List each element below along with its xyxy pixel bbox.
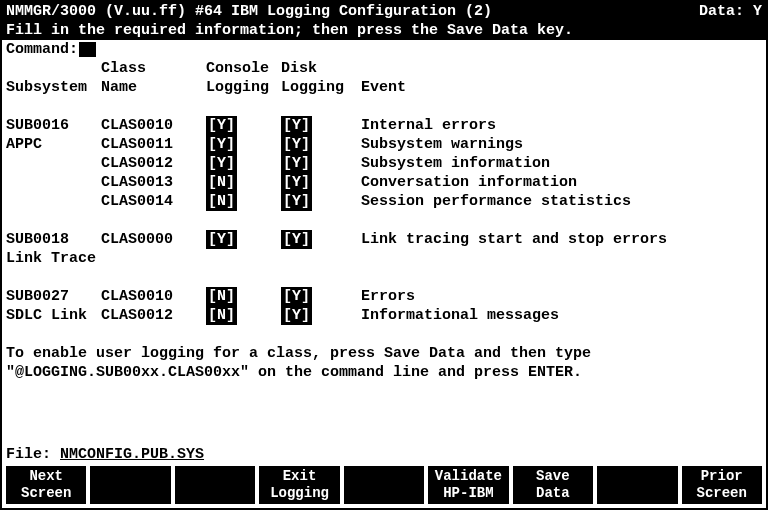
cell-class: CLAS0012 [101, 306, 206, 325]
console-flag[interactable]: [N] [206, 306, 237, 325]
cell-subsys: SUB0027 [6, 287, 101, 306]
cell-subsys: SDLC Link [6, 306, 101, 325]
file-label: File: [6, 446, 60, 463]
cell-event: Link tracing start and stop errors [361, 230, 762, 249]
table-row: APPCCLAS0011[Y][Y]Subsystem warnings [2, 135, 766, 154]
col-header-blank2 [361, 59, 762, 78]
command-input[interactable] [79, 42, 96, 57]
disk-flag[interactable]: [Y] [281, 287, 312, 306]
col-header-subsystem: Subsystem [6, 78, 101, 97]
console-flag[interactable]: [N] [206, 287, 237, 306]
cell-class: CLAS0014 [101, 192, 206, 211]
col-header-blank [6, 59, 101, 78]
cell-class: CLAS0011 [101, 135, 206, 154]
disk-flag[interactable]: [Y] [281, 306, 312, 325]
console-flag[interactable]: [Y] [206, 154, 237, 173]
cell-subsys: SUB0016 [6, 116, 101, 135]
fkey-blank[interactable] [344, 466, 424, 504]
fkey-blank[interactable] [175, 466, 255, 504]
header-data-flag: Data: Y [699, 2, 762, 21]
cell-event: Subsystem information [361, 154, 762, 173]
col-header-class1: Class [101, 59, 206, 78]
console-flag[interactable]: [N] [206, 192, 237, 211]
fkey-save-data[interactable]: Save Data [513, 466, 593, 504]
disk-flag[interactable]: [Y] [281, 230, 312, 249]
cell-subsys: APPC [6, 135, 101, 154]
cell-event: Errors [361, 287, 762, 306]
console-flag[interactable]: [N] [206, 173, 237, 192]
cell-event: Conversation information [361, 173, 762, 192]
fkey-prior-screen[interactable]: Prior Screen [682, 466, 762, 504]
console-flag[interactable]: [Y] [206, 230, 237, 249]
cell-class: CLAS0010 [101, 116, 206, 135]
table-row: CLAS0014[N][Y]Session performance statis… [2, 192, 766, 211]
disk-flag[interactable]: [Y] [281, 154, 312, 173]
table-row: CLAS0012[Y][Y]Subsystem information [2, 154, 766, 173]
help-line-2: "@LOGGING.SUB00xx.CLAS00xx" on the comma… [6, 363, 582, 382]
col-header-console1: Console [206, 59, 281, 78]
cell-event: Internal errors [361, 116, 762, 135]
header-instruction: Fill in the required information; then p… [6, 21, 573, 40]
fkey-next-screen[interactable]: Next Screen [6, 466, 86, 504]
table-row: SDLC LinkCLAS0012[N][Y]Informational mes… [2, 306, 766, 325]
console-flag[interactable]: [Y] [206, 116, 237, 135]
file-value: NMCONFIG.PUB.SYS [60, 446, 204, 463]
cell-event: Subsystem warnings [361, 135, 762, 154]
fkey-exit-logging[interactable]: Exit Logging [259, 466, 339, 504]
table-row: SUB0016CLAS0010[Y][Y]Internal errors [2, 116, 766, 135]
cell-class: CLAS0000 [101, 230, 206, 249]
disk-flag[interactable]: [Y] [281, 116, 312, 135]
cell-class: CLAS0013 [101, 173, 206, 192]
disk-flag[interactable]: [Y] [281, 135, 312, 154]
cell-subsys [6, 192, 101, 211]
header-title: NMMGR/3000 (V.uu.ff) #64 IBM Logging Con… [6, 2, 492, 21]
disk-flag[interactable]: [Y] [281, 173, 312, 192]
col-header-disk1: Disk [281, 59, 361, 78]
cell-subsys: SUB0018 [6, 230, 101, 249]
command-label: Command: [6, 40, 78, 59]
fkey-blank[interactable] [90, 466, 170, 504]
col-header-class2: Name [101, 78, 206, 97]
fkey-blank[interactable] [597, 466, 677, 504]
col-header-event: Event [361, 78, 762, 97]
col-header-console2: Logging [206, 78, 281, 97]
disk-flag[interactable]: [Y] [281, 192, 312, 211]
console-flag[interactable]: [Y] [206, 135, 237, 154]
cell-class: CLAS0010 [101, 287, 206, 306]
fkey-validate-hpibm[interactable]: Validate HP-IBM [428, 466, 508, 504]
cell-class: CLAS0012 [101, 154, 206, 173]
table-row: SUB0027CLAS0010[N][Y]Errors [2, 287, 766, 306]
cell-event: Session performance statistics [361, 192, 762, 211]
cell-subsys [6, 154, 101, 173]
cell-subsys [6, 173, 101, 192]
group-label-linktrace: Link Trace [6, 249, 96, 268]
help-line-1: To enable user logging for a class, pres… [6, 344, 591, 363]
cell-event: Informational messages [361, 306, 762, 325]
table-row: CLAS0013[N][Y]Conversation information [2, 173, 766, 192]
col-header-disk2: Logging [281, 78, 361, 97]
function-key-bar: Next Screen Exit Logging Validate HP-IBM… [2, 464, 766, 508]
table-row: SUB0018 CLAS0000 [Y] [Y] Link tracing st… [2, 230, 766, 249]
